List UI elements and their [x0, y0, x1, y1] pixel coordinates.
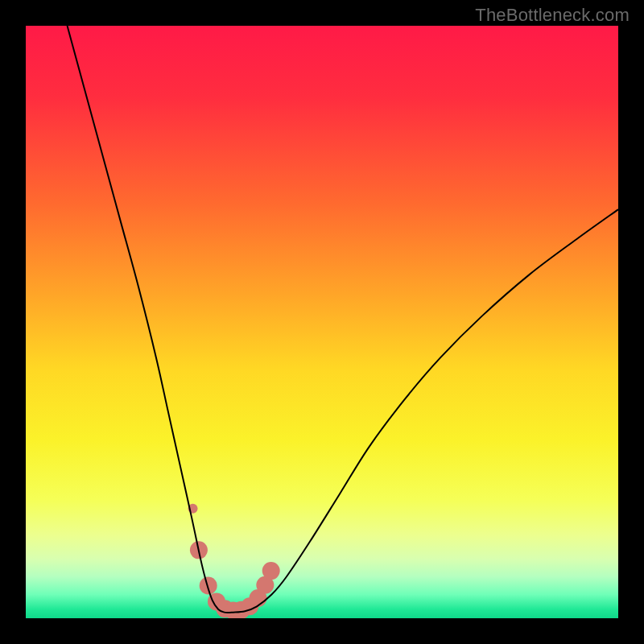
highlight-band — [200, 577, 217, 595]
watermark-text: TheBottleneck.com — [475, 5, 630, 26]
highlight-band — [262, 562, 280, 580]
chart-background — [26, 26, 618, 618]
chart-plot-area — [26, 26, 618, 618]
bottleneck-chart — [26, 26, 618, 618]
